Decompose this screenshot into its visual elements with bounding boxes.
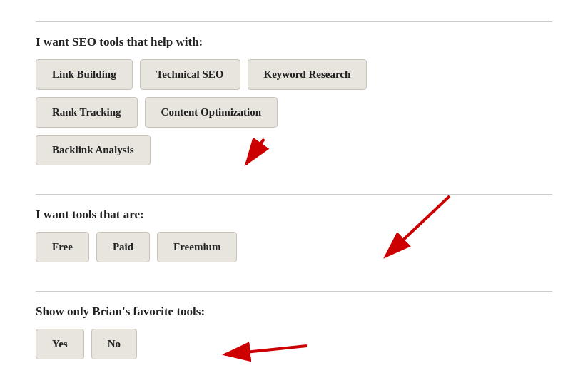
technical-seo-button[interactable]: Technical SEO bbox=[140, 59, 240, 90]
backlink-analysis-button[interactable]: Backlink Analysis bbox=[36, 135, 151, 165]
no-button[interactable]: No bbox=[91, 329, 137, 359]
seo-tools-section: I want SEO tools that help with: Link Bu… bbox=[36, 21, 552, 180]
rank-tracking-button[interactable]: Rank Tracking bbox=[36, 97, 138, 128]
tool-type-label: I want tools that are: bbox=[36, 208, 552, 222]
freemium-button[interactable]: Freemium bbox=[157, 232, 237, 262]
content-optimization-button[interactable]: Content Optimization bbox=[145, 97, 278, 128]
keyword-research-button[interactable]: Keyword Research bbox=[248, 59, 368, 90]
favorites-section: Show only Brian's favorite tools: Yes No bbox=[36, 291, 552, 373]
paid-button[interactable]: Paid bbox=[96, 232, 150, 262]
favorites-label: Show only Brian's favorite tools: bbox=[36, 305, 552, 319]
tool-type-section: I want tools that are: Free Paid Freemiu… bbox=[36, 194, 552, 277]
link-building-button[interactable]: Link Building bbox=[36, 59, 133, 90]
seo-tools-row-3: Backlink Analysis bbox=[36, 135, 552, 165]
yes-button[interactable]: Yes bbox=[36, 329, 84, 359]
favorites-row: Yes No bbox=[36, 329, 552, 359]
free-button[interactable]: Free bbox=[36, 232, 89, 262]
tool-type-row: Free Paid Freemium bbox=[36, 232, 552, 262]
seo-tools-row-2: Rank Tracking Content Optimization bbox=[36, 97, 552, 128]
seo-tools-row-1: Link Building Technical SEO Keyword Rese… bbox=[36, 59, 552, 90]
seo-tools-label: I want SEO tools that help with: bbox=[36, 35, 552, 49]
